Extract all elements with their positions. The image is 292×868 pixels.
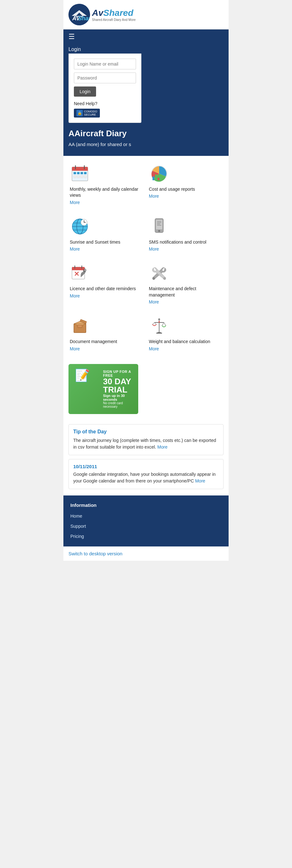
login-title: Login bbox=[63, 44, 229, 54]
feature-sms-more[interactable]: More bbox=[149, 246, 159, 251]
box-icon bbox=[70, 316, 90, 336]
news-date: 10/11/2011 bbox=[73, 464, 219, 469]
comodo-badge: 🔒 COMODO SECURE bbox=[74, 108, 100, 118]
scales-icon bbox=[149, 316, 169, 336]
svg-rect-5 bbox=[72, 169, 88, 171]
login-button[interactable]: Login bbox=[74, 87, 96, 97]
svg-rect-13 bbox=[77, 176, 80, 178]
feature-maintenance: Maintenance and defect management More bbox=[148, 260, 224, 307]
comodo-icon: 🔒 bbox=[77, 110, 83, 116]
feature-cost-more[interactable]: More bbox=[149, 193, 159, 198]
footer: Information Home Support Pricing bbox=[63, 495, 229, 547]
features-section: Monthly, weekly and daily calendar views… bbox=[63, 156, 229, 359]
signup-pencil-icon: 📝 bbox=[75, 368, 90, 382]
chart-icon bbox=[149, 163, 169, 184]
tip-of-day-card: Tip of the Day The aircraft journey log … bbox=[68, 424, 224, 455]
reminder-icon bbox=[70, 263, 90, 283]
hero-prefix: A bbox=[68, 129, 75, 138]
footer-title: Information bbox=[63, 500, 229, 511]
svg-rect-12 bbox=[74, 176, 76, 178]
hero-title: AAircraft Diary bbox=[68, 129, 224, 138]
need-help-link[interactable]: Need Help? bbox=[74, 101, 136, 106]
news-card: 10/11/2011 Google calendar integration, … bbox=[68, 459, 224, 489]
svg-rect-37 bbox=[72, 269, 85, 270]
svg-rect-8 bbox=[74, 172, 76, 174]
logo: Av Shared AvShared Shared Aircraft Diary… bbox=[68, 4, 136, 25]
logo-shared: Shared bbox=[104, 8, 134, 18]
news-body: Google calendar integration, have your b… bbox=[73, 471, 219, 484]
signup-card-content: SIGN UP FOR A FREE 30 DAY TRIAL Sign up … bbox=[103, 370, 132, 408]
svg-line-52 bbox=[152, 322, 154, 324]
svg-rect-9 bbox=[77, 172, 80, 174]
svg-rect-34 bbox=[157, 225, 162, 225]
feature-documents: Document management More bbox=[68, 313, 145, 354]
hero-section: AAircraft Diary AA (and more) for shared… bbox=[63, 123, 229, 156]
feature-licence-more[interactable]: More bbox=[70, 293, 80, 299]
logo-circle: Av Shared bbox=[68, 4, 90, 25]
feature-sms-title: SMS notifications and control bbox=[149, 239, 206, 246]
footer-link-pricing[interactable]: Pricing bbox=[63, 531, 229, 541]
signup-trial-text: 30 DAY TRIAL bbox=[103, 377, 132, 394]
news-more[interactable]: More bbox=[195, 478, 205, 484]
svg-rect-48 bbox=[78, 325, 82, 328]
header: Av Shared AvShared Shared Aircraft Diary… bbox=[63, 0, 229, 29]
email-input[interactable] bbox=[74, 59, 136, 69]
feature-weight: Weight and balance calculation More bbox=[148, 313, 224, 354]
feature-maintenance-more[interactable]: More bbox=[149, 299, 159, 304]
tip-of-day-more[interactable]: More bbox=[157, 444, 167, 450]
feature-calendar-more[interactable]: More bbox=[70, 200, 80, 205]
feature-sunrise: Sunrise and Sunset times More bbox=[68, 214, 145, 254]
feature-cost-title: Cost and usage reports bbox=[149, 186, 195, 193]
feature-calendar-title: Monthly, weekly and daily calendar views bbox=[70, 186, 143, 198]
svg-rect-17 bbox=[152, 177, 154, 180]
feature-sms: SMS notifications and control More bbox=[148, 214, 224, 254]
footer-link-home[interactable]: Home bbox=[63, 511, 229, 521]
login-panel: Login Login Need Help? 🔒 COMODO SECURE bbox=[63, 44, 229, 123]
svg-rect-19 bbox=[157, 178, 159, 180]
wrench-icon bbox=[149, 263, 169, 283]
navbar: ☰ bbox=[63, 29, 229, 44]
phone-icon bbox=[149, 216, 169, 237]
svg-point-43 bbox=[152, 277, 155, 280]
feature-cost: Cost and usage reports More bbox=[148, 161, 224, 208]
svg-text:Shared: Shared bbox=[78, 15, 90, 22]
signup-top-text: SIGN UP FOR A FREE bbox=[103, 370, 132, 377]
feature-calendar: Monthly, weekly and daily calendar views… bbox=[68, 161, 145, 208]
feature-weight-title: Weight and balance calculation bbox=[149, 339, 210, 345]
logo-label: AvShared Shared Aircraft Diary And More bbox=[92, 8, 136, 22]
tip-of-day-body: The aircraft journey log (complete with … bbox=[73, 437, 219, 451]
tip-of-day-title: Tip of the Day bbox=[73, 429, 219, 435]
hamburger-icon[interactable]: ☰ bbox=[68, 33, 75, 41]
signup-banner: 📝 SIGN UP FOR A FREE 30 DAY TRIAL Sign u… bbox=[63, 359, 229, 422]
svg-point-0 bbox=[68, 4, 90, 25]
svg-line-55 bbox=[164, 322, 166, 326]
feature-sunrise-title: Sunrise and Sunset times bbox=[70, 239, 120, 246]
password-input[interactable] bbox=[74, 72, 136, 83]
footer-link-support[interactable]: Support bbox=[63, 521, 229, 531]
feature-weight-more[interactable]: More bbox=[149, 346, 159, 351]
switch-desktop-section: Switch to desktop version bbox=[63, 547, 229, 561]
features-grid: Monthly, weekly and daily calendar views… bbox=[68, 161, 224, 354]
switch-desktop-link[interactable]: Switch to desktop version bbox=[68, 551, 122, 556]
comodo-label: COMODO SECURE bbox=[84, 110, 97, 116]
logo-svg: Av Shared bbox=[68, 4, 90, 25]
svg-rect-57 bbox=[156, 333, 162, 334]
svg-rect-32 bbox=[157, 222, 162, 223]
feature-sunrise-more[interactable]: More bbox=[70, 246, 80, 251]
svg-rect-14 bbox=[81, 176, 83, 178]
signup-card[interactable]: 📝 SIGN UP FOR A FREE 30 DAY TRIAL Sign u… bbox=[68, 364, 138, 414]
svg-rect-33 bbox=[157, 224, 160, 224]
svg-rect-31 bbox=[157, 221, 162, 222]
svg-rect-15 bbox=[84, 176, 87, 178]
tips-section: Tip of the Day The aircraft journey log … bbox=[63, 422, 229, 495]
feature-docs-more[interactable]: More bbox=[70, 346, 80, 351]
svg-point-30 bbox=[158, 230, 160, 232]
svg-marker-59 bbox=[158, 320, 160, 322]
globe-icon bbox=[70, 216, 90, 237]
feature-docs-title: Document management bbox=[70, 339, 117, 345]
svg-rect-18 bbox=[155, 175, 157, 180]
feature-licence-title: Licence and other date reminders bbox=[70, 286, 136, 292]
logo-subtitle: Shared Aircraft Diary And More bbox=[92, 18, 136, 22]
svg-point-44 bbox=[163, 277, 166, 280]
signup-sub-text: Sign up in 30 seconds bbox=[103, 394, 132, 401]
